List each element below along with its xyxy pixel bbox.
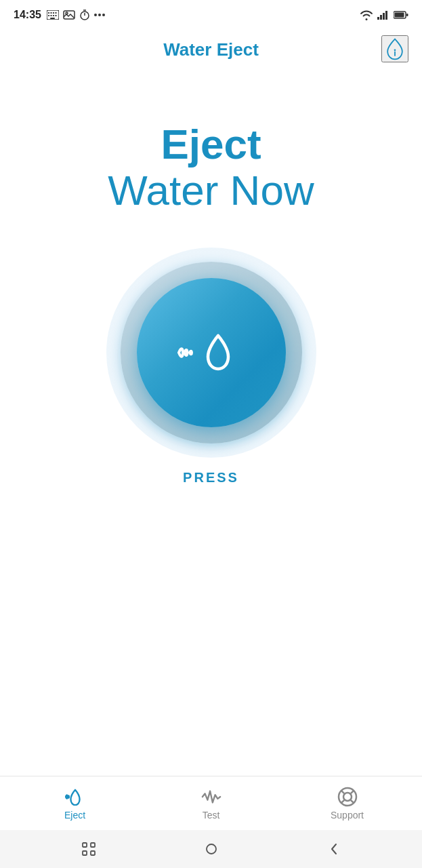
heading-line1: Eject [108,121,314,167]
nav-eject-label: Eject [64,810,85,821]
svg-line-30 [350,791,353,793]
app-header: Water Eject [0,30,422,67]
outer-glow [106,248,316,458]
signal-icon [377,10,389,20]
svg-rect-7 [53,15,54,16]
bottom-nav: Eject Test Support [0,776,422,830]
eject-heading: Eject Water Now [108,121,314,214]
svg-line-32 [350,800,353,802]
svg-rect-36 [91,851,95,855]
nav-test-icon [201,787,221,807]
press-button-wrapper: PRESS [106,248,316,486]
svg-rect-34 [83,851,87,855]
nav-item-eject[interactable]: Eject [7,787,143,821]
svg-rect-6 [50,15,51,16]
svg-rect-23 [395,13,404,18]
svg-rect-18 [377,17,379,20]
svg-line-29 [341,791,344,793]
nav-support-icon [337,787,358,807]
svg-rect-3 [53,12,54,14]
svg-point-25 [394,49,396,51]
main-content: Eject Water Now PRESS [0,67,422,776]
status-right [360,9,408,20]
svg-rect-9 [50,18,55,19]
status-icons [47,9,105,20]
image-icon [63,10,75,20]
svg-rect-24 [406,14,408,16]
status-left: 14:35 [14,9,105,21]
eject-press-button[interactable] [137,278,286,427]
keyboard-icon [47,10,59,20]
back-button[interactable] [326,842,341,856]
nav-test-label: Test [203,810,220,821]
svg-rect-19 [380,15,382,20]
nav-eject-icon [65,787,85,807]
svg-point-17 [102,14,105,16]
svg-point-16 [98,14,101,16]
more-icon [94,14,105,16]
svg-line-31 [341,800,344,802]
svg-rect-2 [50,12,51,14]
svg-rect-1 [48,12,49,14]
timer-icon [79,9,90,20]
svg-point-15 [94,14,97,16]
svg-rect-21 [385,11,387,20]
status-bar: 14:35 [0,0,422,30]
svg-point-27 [339,788,356,806]
water-eject-svg-icon [177,326,245,380]
home-button[interactable] [204,842,219,856]
nav-support-label: Support [331,810,364,821]
android-nav [0,830,422,868]
recent-apps-button[interactable] [81,842,96,856]
info-icon [383,37,407,61]
svg-rect-20 [383,13,385,20]
svg-rect-8 [55,15,56,16]
wifi-icon [360,9,373,20]
nav-item-support[interactable]: Support [279,787,415,821]
svg-rect-33 [83,843,87,847]
svg-rect-4 [55,12,56,14]
svg-rect-5 [48,15,49,16]
app-title: Water Eject [163,39,259,60]
heading-line2: Water Now [108,167,314,214]
status-time: 14:35 [14,9,41,21]
svg-rect-35 [91,843,95,847]
nav-item-test[interactable]: Test [143,787,279,821]
middle-ring [121,262,302,443]
svg-point-28 [343,793,352,801]
press-label: PRESS [183,470,239,486]
svg-rect-37 [207,844,216,854]
info-button[interactable] [381,35,408,62]
battery-icon [394,11,408,19]
